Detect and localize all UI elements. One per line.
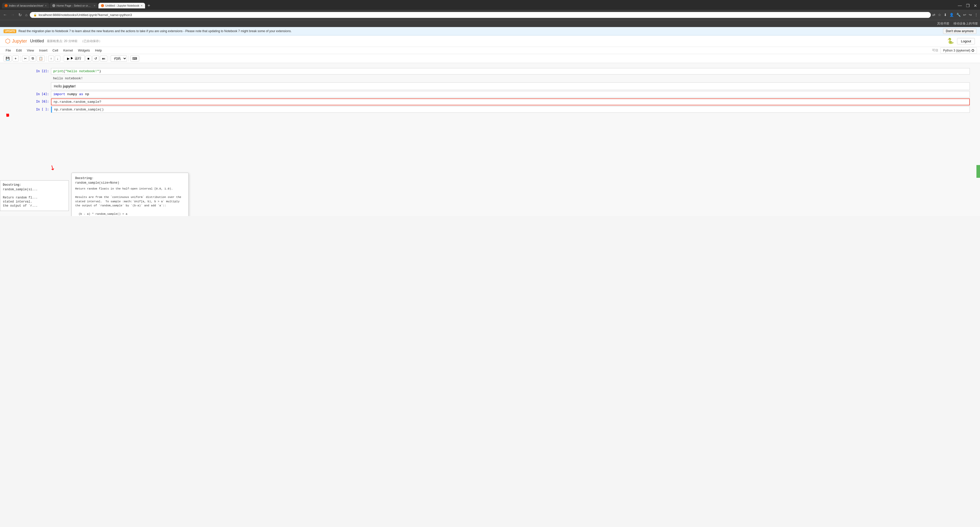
docstring-title: Docstring: [75, 177, 185, 180]
refresh-button[interactable]: ↻ [18, 11, 23, 18]
run-icon: ▶ [67, 57, 70, 61]
menu-edit[interactable]: Edit [14, 47, 24, 54]
left-docstring-line5: the output of `r... [3, 204, 66, 208]
menu-file[interactable]: File [3, 47, 14, 54]
docstring-popup: Docstring: random_sample(size=None) Retu… [72, 173, 189, 216]
restart-button[interactable]: ↺ [92, 56, 99, 61]
notebook-title[interactable]: Untitled [30, 39, 44, 43]
update-tag: UPDATE [3, 29, 16, 33]
history-back-icon[interactable]: ↩ [963, 13, 966, 17]
code-cell-6[interactable]: np.random.random_sample? [51, 99, 970, 105]
prompt-6: In [6]: [30, 99, 51, 103]
output-1: hello notebook! [51, 75, 85, 81]
bookmarks-bar: 其他书签 移动设备上的书签 [0, 20, 980, 27]
dont-show-button[interactable]: Don't show anymore [943, 28, 977, 34]
run-all-button[interactable]: ⏭ [100, 56, 107, 61]
move-down-button[interactable]: ↓ [55, 56, 60, 61]
tab-bar: Index of /anaconda/archive/ × Home Page … [0, 0, 980, 10]
python-logo: 🐍 [947, 38, 954, 45]
jupyter-container: ⬡ Jupyter Untitled 最新检查点: 20 分钟前 （已自动保存）… [0, 35, 980, 216]
cell-row-6: In [6]: np.random.random_sample? 1 方法一：在… [0, 99, 980, 105]
history-forward-icon[interactable]: ↪ [969, 13, 972, 17]
cell-type-select[interactable]: 代码 [111, 55, 127, 62]
run-button[interactable]: ▶ ▶ 运行 [64, 55, 84, 62]
download-icon[interactable]: ⬇ [944, 13, 947, 17]
mobile-bookmarks[interactable]: 移动设备上的书签 [953, 21, 978, 26]
kernel-label: Python 3 (ipykernel) [943, 49, 970, 52]
menu-cell[interactable]: Cell [50, 47, 60, 54]
tab-2-title: Home Page - Select or create [57, 4, 92, 7]
code-cell-active[interactable]: np.random.random_sample() [51, 106, 970, 113]
left-docstring-line4: stated interval. [3, 200, 66, 204]
menu-kernel[interactable]: Kernel [60, 47, 75, 54]
tab-3-title: Untitled - Jupyter Notebook [105, 4, 139, 7]
browser-chrome: Index of /anaconda/archive/ × Home Page … [0, 0, 980, 27]
stop-button[interactable]: ■ [85, 56, 92, 61]
tab-2[interactable]: Home Page - Select or create × [50, 3, 98, 8]
jupyter-header: ⬡ Jupyter Untitled 最新检查点: 20 分钟前 （已自动保存）… [0, 35, 980, 47]
tab-3-favicon [101, 4, 104, 7]
tab-3-close[interactable]: × [141, 4, 142, 7]
new-tab-button[interactable]: + [146, 3, 153, 8]
left-docstring-line1: random_sample(si... [3, 188, 66, 191]
close-icon[interactable]: ✕ [974, 3, 977, 8]
right-scrollbar-button[interactable] [977, 165, 980, 178]
tab-2-favicon [52, 4, 55, 7]
add-cell-button[interactable]: + [13, 55, 19, 61]
prompt-1: In [2]: [30, 68, 51, 73]
left-docstring-line3: Return random fl... [3, 196, 66, 200]
cell-row-active: In [ ]: np.random.random_sample() 2 方法二：… [0, 106, 980, 113]
minimize-icon[interactable]: — [958, 3, 962, 8]
update-banner: UPDATE Read the migration plan to Notebo… [0, 27, 980, 35]
other-bookmarks[interactable]: 其他书签 [937, 21, 950, 26]
kernel-circle [972, 49, 974, 52]
run-label: ▶ 运行 [70, 56, 81, 61]
lock-icon: 🔒 [33, 13, 37, 17]
paste-button[interactable]: 📋 [37, 56, 45, 61]
prompt-active: In [ ]: [30, 106, 51, 111]
more-icon[interactable]: ⋮ [974, 13, 978, 17]
tab-2-close[interactable]: × [94, 4, 95, 7]
save-button[interactable]: 💾 [3, 56, 12, 61]
tab-1-favicon [5, 4, 8, 7]
jupyter-logo: ⬡ Jupyter [5, 37, 27, 45]
kernel-info: Python 3 (ipykernel) [940, 48, 977, 54]
toolbar-right-icons: ⇄ ☆ ⬇ 👤 🔧 ↩ ↪ ⋮ [932, 13, 978, 17]
menu-view[interactable]: View [24, 47, 37, 54]
code-cell-1[interactable]: print("hello notebook!") [51, 68, 970, 75]
menu-insert[interactable]: Insert [37, 47, 50, 54]
code-cell-4[interactable]: import numpy as np [51, 91, 970, 97]
account-icon[interactable]: 👤 [950, 13, 954, 17]
markdown-cell[interactable]: Hello jupyter! [51, 82, 970, 90]
copy-button[interactable]: ⧉ [30, 55, 36, 61]
url-box[interactable]: 🔒 localhost:8888/notebooks/Untitled.ipyn… [30, 12, 931, 18]
jupyter-logo-icon: ⬡ [5, 37, 10, 45]
address-bar: ← → ↻ ⌂ 🔒 localhost:8888/notebooks/Untit… [0, 10, 980, 20]
home-button[interactable]: ⌂ [24, 12, 28, 18]
tab-3-active[interactable]: Untitled - Jupyter Notebook × [99, 3, 145, 8]
output-row-1: hello notebook! [0, 75, 980, 81]
extension-icon[interactable]: 🔧 [956, 13, 961, 17]
menu-widgets[interactable]: Widgets [75, 47, 92, 54]
move-up-button[interactable]: ↑ [48, 56, 54, 61]
back-button[interactable]: ← [2, 11, 8, 18]
cell-row-1: In [2]: print("hello notebook!") [0, 68, 980, 75]
tab-1-close[interactable]: × [45, 4, 46, 7]
translate-icon[interactable]: ⇄ [932, 13, 935, 17]
menu-help[interactable]: Help [92, 47, 105, 54]
url-text: localhost:8888/notebooks/Untitled.ipynb?… [38, 13, 132, 17]
logout-button[interactable]: Logout [957, 38, 975, 45]
menu-bar: File Edit View Insert Cell Kernel Widget… [0, 47, 980, 54]
bookmark-icon[interactable]: ☆ [938, 13, 941, 17]
forward-button[interactable]: → [10, 11, 16, 18]
cut-button[interactable]: ✂ [22, 56, 29, 61]
keyboard-button[interactable]: ⌨ [130, 56, 139, 61]
tab-1[interactable]: Index of /anaconda/archive/ × [2, 3, 49, 8]
restore-icon[interactable]: ❐ [966, 3, 970, 8]
checkpoint-info: 最新检查点: 20 分钟前 [47, 39, 77, 43]
left-docstring-panel: Docstring: random_sample(si... Return ra… [0, 180, 69, 211]
left-docstring-blank [3, 192, 66, 195]
trusted-badge: 可信 [930, 47, 940, 54]
notebook-body: 查看函数说明 In [2]: print("hello notebook!") … [0, 63, 980, 216]
toolbar: 💾 + ✂ ⧉ 📋 ↑ ↓ ▶ ▶ 运行 ■ ↺ ⏭ 代码 ⌨ [0, 54, 980, 63]
